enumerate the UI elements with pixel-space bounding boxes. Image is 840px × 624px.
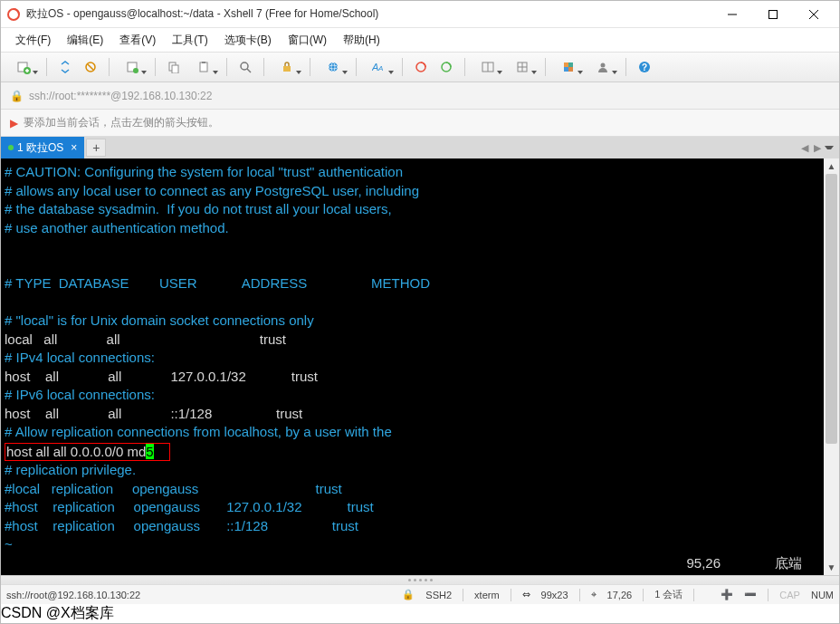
menu-tools[interactable]: 工具(T) [167, 31, 213, 50]
add-tab-button[interactable]: + [86, 139, 106, 157]
vim-position: 95,26 [686, 555, 721, 572]
hint-text: 要添加当前会话，点击左侧的箭头按钮。 [24, 115, 219, 130]
cursor: 5 [146, 444, 153, 459]
lock-icon: 🔒 [10, 90, 24, 102]
svg-line-10 [88, 64, 93, 70]
disconnect-button[interactable] [80, 56, 101, 78]
hint-bar: ▶ 要添加当前会话，点击左侧的箭头按钮。 [1, 110, 839, 137]
xftp-button[interactable] [435, 56, 457, 78]
cursor-icon: ⌖ [591, 589, 597, 600]
script-button[interactable] [410, 56, 432, 78]
menu-window[interactable]: 窗口(W) [282, 31, 332, 50]
minimize-button[interactable] [711, 2, 752, 27]
globe-button[interactable] [318, 56, 348, 78]
svg-point-36 [601, 63, 606, 68]
menu-tabs[interactable]: 选项卡(B) [219, 31, 277, 50]
help-button[interactable]: ? [634, 56, 655, 78]
menu-view[interactable]: 查看(V) [114, 31, 161, 50]
menu-file[interactable]: 文件(F) [10, 31, 56, 50]
tab-bar: 1 欧拉OS × + ◀ ▶ [1, 137, 839, 158]
scroll-track[interactable] [824, 174, 839, 560]
session-tab[interactable]: 1 欧拉OS × [1, 137, 84, 158]
menu-help[interactable]: 帮助(H) [338, 31, 386, 50]
edited-line-highlight: host all all 0.0.0.0/0 md5 [5, 443, 170, 462]
status-dot-icon [8, 145, 14, 150]
svg-rect-14 [172, 65, 178, 73]
window-title: 欧拉OS - opengauss@localhost:~/data - Xshe… [26, 6, 711, 22]
paste-button[interactable] [188, 56, 219, 78]
svg-rect-33 [568, 62, 573, 67]
user-button[interactable] [587, 56, 618, 78]
menubar: 文件(F) 编辑(E) 查看(V) 工具(T) 选项卡(B) 窗口(W) 帮助(… [1, 28, 839, 52]
close-button[interactable] [793, 2, 834, 27]
encoding-button[interactable] [507, 56, 538, 78]
svg-rect-2 [768, 10, 777, 18]
lock-status-icon: 🔒 [402, 589, 415, 600]
scroll-down-button[interactable]: ▼ [824, 560, 839, 575]
flag-icon: ▶ [10, 117, 18, 130]
lock-button[interactable] [272, 56, 302, 78]
plus-icon[interactable]: ➕ [721, 589, 733, 600]
find-button[interactable] [234, 56, 256, 78]
maximize-button[interactable] [752, 2, 793, 27]
status-num: NUM [811, 590, 834, 600]
color-button[interactable] [553, 56, 584, 78]
status-protocol: SSH2 [425, 590, 452, 600]
properties-button[interactable] [117, 56, 148, 78]
watermark: CSDN @X档案库 [1, 604, 839, 623]
scrollbar[interactable]: ▲ ▼ [824, 158, 839, 575]
svg-rect-19 [283, 66, 291, 72]
terminal[interactable]: # CAUTION: Configuring the system for lo… [1, 158, 824, 575]
svg-rect-34 [564, 67, 568, 72]
titlebar: 欧拉OS - opengauss@localhost:~/data - Xshe… [1, 1, 839, 28]
status-cursor: 17,26 [607, 590, 633, 600]
size-icon: ⇔ [522, 589, 530, 600]
svg-rect-16 [202, 62, 205, 63]
tab-prev-button[interactable]: ◀ [799, 142, 810, 154]
minus-icon[interactable]: ➖ [744, 589, 757, 600]
layout-button[interactable] [472, 56, 503, 78]
tab-label: 1 欧拉OS [17, 140, 63, 156]
svg-point-20 [329, 62, 338, 72]
address-text: ssh://root:********@192.168.10.130:22 [29, 90, 212, 102]
font-button[interactable]: AA [364, 56, 395, 78]
toolbar: AA ? [1, 52, 839, 82]
svg-point-12 [133, 68, 138, 73]
tab-nav: ◀ ▶ [799, 137, 839, 158]
status-termtype: xterm [474, 590, 500, 600]
address-bar[interactable]: 🔒 ssh://root:********@192.168.10.130:22 [1, 82, 839, 110]
status-size: 99x23 [541, 590, 568, 600]
status-connection: ssh://root@192.168.10.130:22 [6, 590, 140, 600]
terminal-wrap: # CAUTION: Configuring the system for lo… [1, 158, 839, 575]
tab-next-button[interactable]: ▶ [812, 142, 823, 154]
tab-close-icon[interactable]: × [71, 141, 77, 154]
vim-mode: 底端 [775, 555, 802, 572]
status-bar: ssh://root@192.168.10.130:22 🔒 SSH2 xter… [1, 584, 839, 604]
scroll-thumb[interactable] [826, 174, 837, 444]
svg-text:A: A [377, 64, 383, 72]
scroll-up-button[interactable]: ▲ [824, 158, 839, 174]
reconnect-button[interactable] [54, 56, 76, 78]
copy-button[interactable] [163, 56, 185, 78]
status-sessions: 1 会话 [654, 588, 682, 601]
svg-rect-15 [200, 62, 207, 72]
svg-rect-35 [568, 67, 573, 72]
svg-point-17 [241, 62, 248, 70]
menu-edit[interactable]: 编辑(E) [62, 31, 109, 50]
new-session-button[interactable] [8, 56, 39, 78]
tab-list-dropdown[interactable] [825, 146, 834, 149]
svg-text:?: ? [642, 62, 647, 72]
status-cap: CAP [779, 590, 800, 600]
app-icon [6, 7, 21, 22]
svg-line-18 [247, 69, 251, 72]
resize-grip[interactable] [1, 575, 839, 584]
svg-rect-32 [564, 62, 568, 67]
